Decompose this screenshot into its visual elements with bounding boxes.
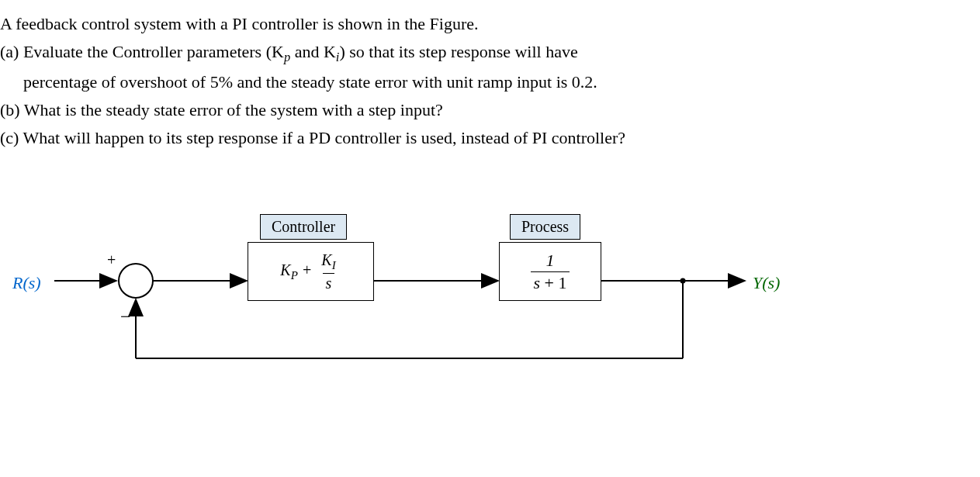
part-b: (b) What is the steady state error of th…: [0, 99, 980, 122]
part-c: (c) What will happen to its step respons…: [0, 126, 980, 150]
plus-op: +: [298, 261, 317, 278]
den-plus: +: [540, 273, 558, 292]
process-block-label: Process: [510, 214, 580, 240]
process-block: 1 s + 1: [499, 242, 601, 301]
kp-subscript: p: [284, 50, 290, 64]
intro-text: A feedback control system with a PI cont…: [0, 12, 980, 36]
ki-k: K: [321, 251, 331, 268]
kp-sub: P: [291, 269, 298, 282]
den-s: s: [534, 273, 541, 292]
part-a-line2: percentage of overshoot of 5% and the st…: [0, 71, 980, 94]
summing-junction: [119, 264, 153, 298]
ki-sub: I: [332, 259, 336, 271]
part-a-text2: and K: [290, 42, 336, 61]
pickoff-node: [680, 278, 686, 284]
input-signal-label: R(s): [12, 273, 41, 293]
controller-tf: KP + KI s: [280, 251, 341, 292]
problem-statement: A feedback control system with a PI cont…: [0, 12, 980, 149]
sum-minus-sign: −: [120, 306, 131, 327]
controller-block: KP + KI s: [248, 242, 374, 301]
block-diagram-svg: [0, 180, 854, 413]
ki-numerator: KI: [318, 251, 338, 273]
part-a-text3: ) so that its step response will have: [339, 42, 577, 61]
process-denominator: s + 1: [531, 271, 570, 293]
part-a-line1: (a) Evaluate the Controller parameters (…: [0, 40, 980, 67]
part-a-text1: (a) Evaluate the Controller parameters (…: [0, 42, 284, 61]
controller-block-label: Controller: [260, 214, 347, 240]
den-one: 1: [558, 273, 566, 292]
process-tf: 1 s + 1: [531, 251, 570, 293]
ki-fraction: KI s: [318, 251, 338, 292]
block-diagram: R(s) Y(s) + − Controller Process KP + KI…: [0, 180, 854, 413]
ki-denominator: s: [323, 273, 335, 292]
process-numerator: 1: [542, 251, 557, 271]
output-signal-label: Y(s): [753, 273, 780, 293]
kp-symbol: K: [280, 261, 290, 278]
sum-plus-sign: +: [107, 251, 116, 269]
